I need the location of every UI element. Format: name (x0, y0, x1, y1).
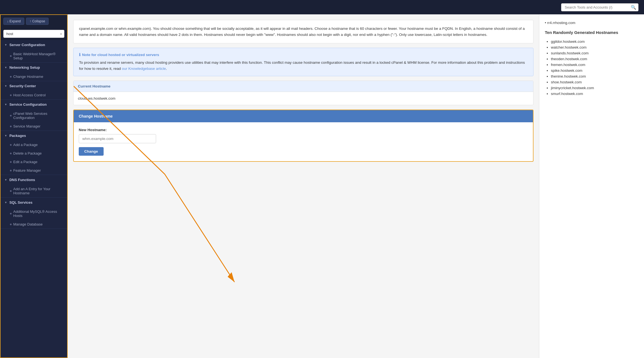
list-item: fremen.hostwek.com (551, 62, 638, 68)
bullet-icon (10, 170, 12, 171)
sidebar-item-security-center[interactable]: ▼ Security Center (1, 81, 67, 91)
random-hostnames-title: Ten Randomly Generated Hostnames (545, 30, 638, 35)
sidebar-item-delete-package[interactable]: Delete a Package (1, 149, 67, 158)
note-title: ℹ Note for cloud hosted or virtualized s… (79, 52, 528, 57)
bullet-icon (10, 213, 12, 214)
sidebar-item-add-a-entry[interactable]: Add an A Entry for Your Hostname (1, 185, 67, 197)
change-button[interactable]: Change (79, 147, 104, 156)
list-item: thenine.hostwek.com (551, 73, 638, 79)
new-hostname-input[interactable] (79, 134, 156, 143)
rr4-hostname: • rr4.rrhosting.com (545, 20, 638, 26)
knowledgebase-link[interactable]: our Knowledgebase article (122, 67, 166, 71)
security-center-label: Security Center (9, 84, 36, 88)
sidebar-item-feature-manager[interactable]: Feature Manager (1, 166, 67, 175)
right-panel: • rr4.rrhosting.com Ten Randomly Generat… (539, 14, 644, 358)
list-item: sunlands.hostwek.com (551, 50, 638, 56)
service-config-label: Service Configuration (9, 102, 47, 107)
nav-section-service-config: ▼ Service Configuration cPanel Web Servi… (1, 100, 67, 131)
search-wrapper: 🔍 (561, 3, 638, 11)
bullet-icon (10, 161, 12, 163)
current-hostname-header: Current Hostname (73, 81, 533, 92)
list-item: spike.hostwek.com (551, 68, 638, 73)
nav-section-dns: ▼ DNS Functions Add an A Entry for Your … (1, 175, 67, 198)
add-package-label: Add a Package (13, 143, 38, 147)
sidebar-toolbar: ↓ Expand ↑ Collapse (1, 15, 67, 28)
sidebar-item-cpanel-web-services[interactable]: cPanel Web Services Configuration (1, 109, 67, 122)
chevron-down-icon: ▼ (4, 66, 7, 69)
change-hostname-card-title: Change Hostname (74, 110, 533, 122)
sidebar-nav: ▼ Server Configuration Basic WebHost Man… (1, 40, 67, 357)
chevron-down-icon: ▼ (4, 43, 7, 46)
chevron-down-icon: ▼ (4, 103, 7, 106)
new-hostname-label: New Hostname: (79, 128, 528, 132)
sql-services-label: SQL Services (9, 200, 33, 205)
sidebar-item-add-package[interactable]: Add a Package (1, 140, 67, 149)
note-body: To provision and rename servers, many cl… (79, 60, 528, 71)
feature-manager-label: Feature Manager (13, 168, 41, 173)
change-hostname-body: New Hostname: Change (74, 122, 533, 161)
bullet-icon (10, 144, 12, 146)
random-hostnames-list: ggildor.hostwek.comwatcher.hostwek.comsu… (545, 39, 638, 97)
search-input[interactable] (561, 3, 638, 11)
chevron-down-icon: ▼ (4, 84, 7, 87)
host-access-label: Host Access Control (13, 93, 46, 97)
list-item: watcher.hostwek.com (551, 44, 638, 50)
nav-section-server-config: ▼ Server Configuration Basic WebHost Man… (1, 40, 67, 63)
sidebar-item-server-configuration[interactable]: ▼ Server Configuration (1, 40, 67, 50)
cpanel-web-services-label: cPanel Web Services Configuration (13, 112, 63, 120)
chevron-down-icon: ▼ (4, 178, 7, 181)
chevron-down-icon: ▼ (4, 201, 7, 204)
list-item: smurf.hostwek.com (551, 91, 638, 97)
sidebar-search-clear[interactable]: × (60, 32, 62, 36)
chevron-down-icon: ▼ (4, 134, 7, 137)
collapse-button[interactable]: ↑ Collapse (26, 18, 49, 25)
sidebar-item-sql-services[interactable]: ▼ SQL Services (1, 198, 67, 207)
content-wrapper: cpanel.example.com or whm.example.com). … (68, 14, 644, 358)
basic-webhost-label: Basic WebHost Manager® Setup (13, 52, 63, 60)
service-manager-label: Service Manager (13, 124, 40, 128)
sidebar-item-additional-mysql[interactable]: Additional MySQL® Access Hosts (1, 207, 67, 220)
collapse-label: ↑ Collapse (30, 19, 45, 23)
sidebar-search-input[interactable] (3, 30, 64, 38)
bullet-icon (10, 94, 12, 96)
bullet-icon (10, 126, 12, 127)
sidebar-item-basic-webhost[interactable]: Basic WebHost Manager® Setup (1, 50, 67, 62)
topbar: 🔍 (0, 0, 644, 14)
edit-package-label: Edit a Package (13, 160, 37, 164)
sidebar-item-host-access-control[interactable]: Host Access Control (1, 91, 67, 99)
delete-package-label: Delete a Package (13, 151, 42, 155)
bullet-icon (10, 115, 12, 116)
bullet-icon (10, 190, 12, 192)
additional-mysql-label: Additional MySQL® Access Hosts (13, 210, 63, 218)
bullet-icon (10, 224, 12, 225)
sidebar-item-change-hostname[interactable]: Change Hostname (1, 72, 67, 81)
dns-functions-label: DNS Functions (9, 178, 35, 182)
bullet-icon (10, 55, 12, 57)
list-item: shoe.hostwek.com (551, 79, 638, 85)
sidebar-item-service-manager[interactable]: Service Manager (1, 122, 67, 131)
expand-button[interactable]: ↓ Expand (3, 18, 24, 25)
sidebar-item-dns-functions[interactable]: ▼ DNS Functions (1, 175, 67, 185)
search-button[interactable]: 🔍 (631, 5, 636, 10)
info-icon: ℹ (79, 52, 80, 57)
bullet-icon (10, 153, 12, 154)
sidebar-item-service-configuration[interactable]: ▼ Service Configuration (1, 100, 67, 109)
list-item: jiminycricket.hostwek.com (551, 85, 638, 91)
manage-database-label: Manage Database (13, 222, 43, 226)
description-text: cpanel.example.com or whm.example.com). … (79, 26, 525, 37)
bullet-icon (10, 76, 12, 78)
main-content: cpanel.example.com or whm.example.com). … (68, 14, 539, 358)
description-card: cpanel.example.com or whm.example.com). … (73, 20, 533, 43)
packages-label: Packages (9, 134, 26, 138)
sidebar: ↓ Expand ↑ Collapse × ▼ Server Configura… (0, 14, 68, 358)
change-hostname-nav-label: Change Hostname (13, 75, 43, 79)
sidebar-item-networking-setup[interactable]: ▼ Networking Setup (1, 63, 67, 72)
sidebar-item-edit-package[interactable]: Edit a Package (1, 158, 67, 166)
change-hostname-card: Change Hostname New Hostname: Change (73, 110, 533, 162)
sidebar-item-packages[interactable]: ▼ Packages (1, 131, 67, 140)
main-layout: ↓ Expand ↑ Collapse × ▼ Server Configura… (0, 14, 644, 358)
current-hostname-card: Current Hostname cloud-ws.hostwek.com (73, 81, 533, 105)
nav-section-security: ▼ Security Center Host Access Control (1, 81, 67, 100)
nav-section-sql: ▼ SQL Services Additional MySQL® Access … (1, 198, 67, 229)
sidebar-item-manage-database[interactable]: Manage Database (1, 220, 67, 229)
